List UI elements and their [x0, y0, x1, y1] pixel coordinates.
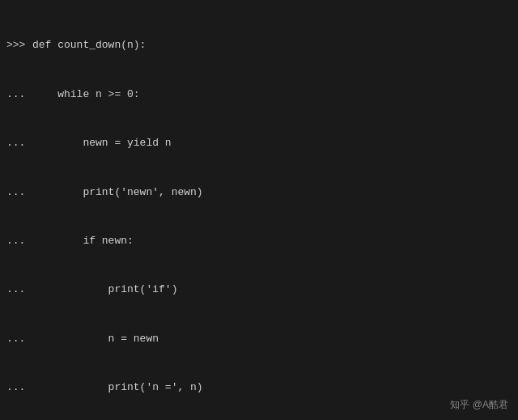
prompt-4: ...	[6, 185, 32, 201]
watermark: 知乎 @A酷君	[450, 398, 508, 412]
prompt-1: >>>	[6, 37, 32, 53]
prompt-7: ...	[6, 331, 32, 347]
code-line-7: ... n = newn	[6, 331, 512, 347]
code-line-1: >>> def count_down(n):	[6, 37, 512, 53]
code-area: >>> def count_down(n): ... while n >= 0:…	[6, 5, 512, 420]
prompt-3: ...	[6, 135, 32, 151]
code-line-4: ... print('newn', newn)	[6, 185, 512, 201]
code-line-6: ... print('if')	[6, 282, 512, 298]
code-text-8: print('n =', n)	[32, 380, 203, 396]
code-text-4: print('newn', newn)	[32, 185, 203, 201]
code-line-8: ... print('n =', n)	[6, 380, 512, 396]
code-line-5: ... if newn:	[6, 233, 512, 249]
code-text-6: print('if')	[32, 282, 177, 298]
code-text-7: n = newn	[32, 331, 159, 347]
code-line-3: ... newn = yield n	[6, 135, 512, 151]
code-text-5: if newn:	[32, 233, 134, 249]
code-text-2: while n >= 0:	[32, 87, 140, 103]
prompt-8: ...	[6, 380, 32, 396]
code-line-2: ... while n >= 0:	[6, 87, 512, 103]
code-text-1: def count_down(n):	[32, 37, 146, 53]
prompt-5: ...	[6, 233, 32, 249]
code-text-3: newn = yield n	[32, 135, 172, 151]
terminal-window: >>> def count_down(n): ... while n >= 0:…	[0, 0, 518, 420]
prompt-2: ...	[6, 87, 32, 103]
prompt-6: ...	[6, 282, 32, 298]
